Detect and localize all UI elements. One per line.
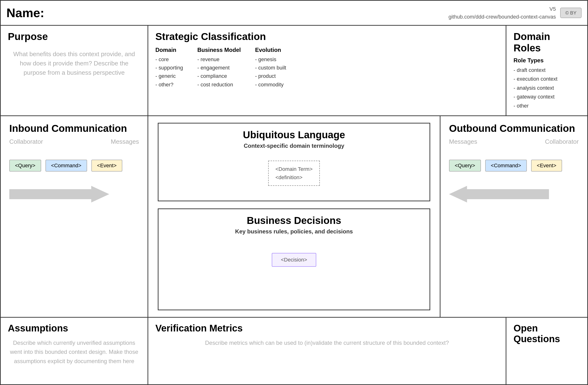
biz-dec-subtitle: Key business rules, policies, and decisi… [235, 228, 353, 235]
version-text: V5 [549, 6, 556, 12]
bottom-section: Assumptions Describe which currently unv… [1, 318, 587, 384]
inbound-collaborator-label: Collaborator [9, 138, 43, 145]
biz-model-item-4: - cost reduction [197, 80, 241, 89]
biz-model-col: Business Model - revenue - engagement - … [197, 47, 241, 89]
inbound-title: Inbound Communication [9, 123, 139, 134]
domain-col: Domain - core - supporting - generic - o… [155, 47, 183, 89]
role-item-1: - draft context [514, 66, 580, 74]
name-label: Name: [6, 6, 449, 20]
strategic-title: Strategic Classification [155, 31, 499, 42]
evolution-item-4: - commodity [255, 80, 286, 89]
inbound-sub-row: Collaborator Messages [9, 138, 139, 145]
middle-section: Inbound Communication Collaborator Messa… [1, 116, 587, 318]
header-row: Name: V5 github.com/ddd-crew/bounded-con… [1, 1, 587, 26]
outbound-section: Outbound Communication Messages Collabor… [440, 116, 587, 317]
purpose-hint: What benefits does this context provide,… [8, 49, 140, 77]
domain-term-card: <Domain Term> <definition> [268, 161, 320, 186]
domain-item-2: - supporting [155, 64, 183, 72]
strategic-section: Strategic Classification Domain - core -… [148, 26, 506, 115]
verification-hint: Describe metrics which can be used to (i… [155, 338, 499, 347]
outbound-event-pill: <Event> [531, 160, 562, 171]
inbound-section: Inbound Communication Collaborator Messa… [1, 116, 148, 317]
open-questions-title: Open Questions [514, 323, 580, 344]
ub-lang-subtitle: Context-specific domain terminology [244, 143, 344, 149]
inbound-event-pill: <Event> [91, 160, 122, 171]
outbound-collaborator-label: Collaborator [545, 138, 579, 145]
domain-item-1: - core [155, 55, 183, 64]
biz-model-title: Business Model [197, 47, 241, 53]
domain-term-text: <Domain Term> [275, 166, 313, 172]
header-meta: V5 github.com/ddd-crew/bounded-context-c… [449, 5, 582, 21]
domain-roles-title: Domain Roles [514, 31, 580, 54]
role-item-3: - analysis context [514, 84, 580, 92]
role-item-2: - execution context [514, 74, 580, 83]
strategic-columns: Domain - core - supporting - generic - o… [155, 47, 499, 89]
verification-section: Verification Metrics Describe metrics wh… [148, 318, 506, 384]
assumptions-section: Assumptions Describe which currently unv… [1, 318, 148, 384]
outbound-messages-label: Messages [449, 138, 477, 145]
biz-dec-title: Business Decisions [247, 215, 341, 226]
outbound-command-pill: <Command> [485, 160, 527, 171]
role-types-label: Role Types [514, 57, 580, 64]
biz-model-item-3: - compliance [197, 72, 241, 80]
evolution-title: Evolution [255, 47, 286, 53]
purpose-section: Purpose What benefits does this context … [1, 26, 148, 115]
decision-card: <Decision> [272, 253, 316, 267]
purpose-title: Purpose [8, 31, 140, 42]
github-text: github.com/ddd-crew/bounded-context-canv… [449, 14, 556, 20]
header-version: V5 github.com/ddd-crew/bounded-context-c… [449, 5, 556, 21]
license-badge: © BY [560, 8, 582, 18]
role-item-4: - gateway context [514, 92, 580, 101]
outbound-query-pill: <Query> [449, 160, 481, 171]
center-section: Ubiquitous Language Context-specific dom… [148, 116, 440, 317]
inbound-command-pill: <Command> [45, 160, 87, 171]
assumptions-title: Assumptions [8, 323, 140, 334]
top-section: Purpose What benefits does this context … [1, 26, 587, 116]
ubiquitous-language-box: Ubiquitous Language Context-specific dom… [158, 123, 430, 201]
inbound-query-pill: <Query> [9, 160, 41, 171]
canvas-wrapper: Name: V5 github.com/ddd-crew/bounded-con… [0, 0, 588, 385]
ub-lang-title: Ubiquitous Language [243, 129, 345, 141]
license-icon: © BY [565, 10, 577, 16]
assumptions-hint: Describe which currently unverified assu… [8, 338, 140, 366]
evolution-col: Evolution - genesis - custom built - pro… [255, 47, 286, 89]
role-item-5: - other [514, 101, 580, 110]
definition-text: <definition> [275, 174, 302, 180]
evolution-item-2: - custom built [255, 64, 286, 72]
outbound-sub-row: Messages Collaborator [449, 138, 579, 145]
domain-item-4: - other? [155, 80, 183, 89]
domain-roles-section: Domain Roles Role Types - draft context … [506, 26, 587, 115]
domain-col-title: Domain [155, 47, 183, 53]
business-decisions-box: Business Decisions Key business rules, p… [158, 209, 430, 310]
outbound-title: Outbound Communication [449, 123, 579, 134]
verification-title: Verification Metrics [155, 323, 499, 334]
domain-item-3: - generic [155, 72, 183, 80]
biz-model-item-2: - engagement [197, 64, 241, 72]
inbound-arrow-right [9, 186, 109, 202]
evolution-item-3: - product [255, 72, 286, 80]
open-questions-section: Open Questions [506, 318, 587, 384]
outbound-pills: <Query> <Command> <Event> [449, 160, 579, 171]
outbound-arrow-left [449, 186, 549, 202]
inbound-pills: <Query> <Command> <Event> [9, 160, 139, 171]
evolution-item-1: - genesis [255, 55, 286, 64]
biz-model-item-1: - revenue [197, 55, 241, 64]
inbound-messages-label: Messages [111, 138, 139, 145]
